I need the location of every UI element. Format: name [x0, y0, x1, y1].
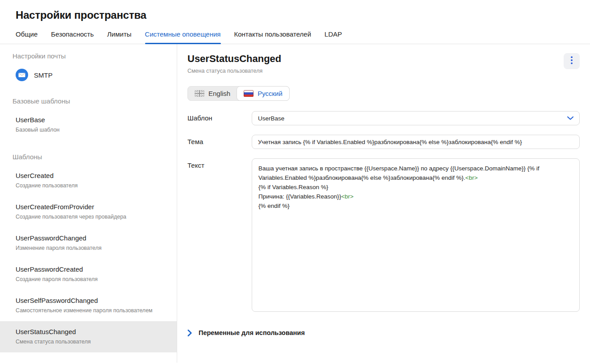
- mail-icon: [16, 69, 28, 81]
- sidebar-item-userpasswordchanged[interactable]: UserPasswordChanged Изменение пароля пол…: [0, 228, 177, 259]
- template-item-subtitle: Создание пользователя: [16, 182, 168, 189]
- page-title: Настройки пространства: [16, 9, 590, 21]
- subject-input[interactable]: [252, 135, 580, 149]
- template-item-title: UserPasswordCreated: [16, 265, 168, 273]
- sidebar-item-userselfpasswordchanged[interactable]: UserSelfPasswordChanged Самостоятельное …: [0, 290, 177, 321]
- template-item-subtitle: Создание пользователя через провайдера: [16, 214, 168, 220]
- templates-sidebar: Настройки почты SMTP Базовые шаблоны Use…: [0, 44, 177, 363]
- chevron-right-icon: [187, 330, 192, 336]
- sidebar-item-usercreatedfromprovider[interactable]: UserCreatedFromProvider Создание пользов…: [0, 196, 177, 228]
- tab-limits[interactable]: Лимиты: [107, 30, 132, 44]
- body-label: Текст: [187, 158, 252, 312]
- template-subtitle: Смена статуса пользователя: [187, 68, 281, 74]
- template-item-title: UserStatusChanged: [16, 328, 168, 336]
- template-item-subtitle: Самостоятельное изменение пароля пользов…: [16, 307, 168, 314]
- template-item-subtitle: Изменение пароля пользователя: [16, 245, 168, 252]
- template-item-title: UserCreatedFromProvider: [16, 203, 168, 211]
- template-editor-panel: UserStatusChanged Смена статуса пользова…: [177, 44, 590, 363]
- language-segment-english[interactable]: English: [188, 87, 237, 100]
- template-actions-menu-button[interactable]: [564, 53, 580, 69]
- variables-expander[interactable]: Переменные для использования: [187, 329, 580, 336]
- mail-settings-section-title: Настройки почты: [12, 52, 177, 60]
- chevron-down-icon: [567, 116, 573, 120]
- tab-security[interactable]: Безопасность: [51, 30, 94, 44]
- body-editor[interactable]: Ваша учетная запись в пространстве {{Use…: [252, 158, 580, 312]
- base-template-select[interactable]: UserBase: [252, 111, 580, 125]
- sidebar-item-userpasswordcreated[interactable]: UserPasswordCreated Создание пароля поль…: [0, 259, 177, 290]
- template-select-label: Шаблон: [187, 111, 252, 125]
- base-template-select-value: UserBase: [258, 115, 284, 122]
- sidebar-item-userbase[interactable]: UserBase Базовый шаблон: [0, 109, 177, 141]
- language-segment-russian[interactable]: Русский: [237, 86, 290, 101]
- template-title: UserStatusChanged: [187, 53, 281, 65]
- kebab-menu-icon: [571, 56, 573, 66]
- base-templates-section-title: Базовые шаблоны: [12, 97, 177, 105]
- tab-bar: Общие Безопасность Лимиты Системные опов…: [0, 30, 590, 44]
- sidebar-item-userstatuschanged[interactable]: UserStatusChanged Смена статуса пользова…: [0, 321, 177, 352]
- template-item-title: UserPasswordChanged: [16, 234, 168, 242]
- template-item-title: UserSelfPasswordChanged: [16, 297, 168, 305]
- template-item-subtitle: Базовый шаблон: [16, 127, 168, 133]
- language-label: English: [208, 90, 230, 97]
- sidebar-item-smtp[interactable]: SMTP: [0, 65, 177, 85]
- sidebar-item-usercreated[interactable]: UserCreated Создание пользователя: [0, 165, 177, 196]
- ru-flag-icon: [244, 90, 253, 97]
- template-item-title: UserCreated: [16, 172, 168, 180]
- template-item-subtitle: Создание пароля пользователя: [16, 276, 168, 283]
- language-toggle: English Русский: [187, 86, 290, 101]
- template-item-title: UserBase: [16, 116, 168, 124]
- language-label: Русский: [258, 90, 283, 97]
- tab-user-contacts[interactable]: Контакты пользователей: [234, 30, 312, 44]
- smtp-label: SMTP: [34, 71, 53, 79]
- tab-system-notifications[interactable]: Системные оповещения: [145, 30, 221, 44]
- uk-flag-icon: [195, 90, 204, 97]
- tab-ldap[interactable]: LDAP: [324, 30, 342, 44]
- template-item-subtitle: Смена статуса пользователя: [16, 339, 168, 345]
- subject-label: Тема: [187, 135, 252, 149]
- tab-general[interactable]: Общие: [16, 30, 37, 44]
- variables-expander-label: Переменные для использования: [199, 329, 305, 336]
- templates-section-title: Шаблоны: [12, 153, 177, 161]
- page-header: Настройки пространства: [0, 0, 590, 21]
